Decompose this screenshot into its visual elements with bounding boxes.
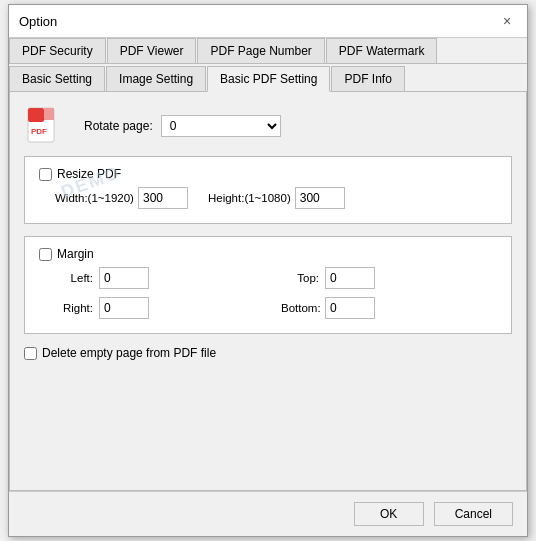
svg-text:PDF: PDF: [31, 127, 47, 136]
width-input[interactable]: [138, 187, 188, 209]
margin-fields: Left: Top: Right: Bottom:: [39, 267, 497, 319]
pdf-icon: PDF: [24, 106, 64, 146]
top-input[interactable]: [325, 267, 375, 289]
resize-label: Resize PDF: [57, 167, 121, 181]
cancel-button[interactable]: Cancel: [434, 502, 513, 526]
bottom-input[interactable]: [325, 297, 375, 319]
width-group: Width:(1~1920): [55, 187, 188, 209]
margin-label: Margin: [57, 247, 94, 261]
width-label: Width:(1~1920): [55, 192, 134, 204]
height-label: Height:(1~1080): [208, 192, 291, 204]
right-field: Right:: [55, 297, 271, 319]
margin-section: Margin Left: Top: Right: Bottom:: [24, 236, 512, 334]
height-group: Height:(1~1080): [208, 187, 345, 209]
right-input[interactable]: [99, 297, 149, 319]
resize-checkbox-label[interactable]: Resize PDF: [39, 167, 497, 181]
delete-checkbox[interactable]: [24, 347, 37, 360]
rotate-row: PDF Rotate page: 0 90 180 270: [24, 106, 512, 146]
resize-section: Resize PDF Width:(1~1920) Height:(1~1080…: [24, 156, 512, 224]
tab-pdf-page-number[interactable]: PDF Page Number: [197, 38, 324, 63]
left-field: Left:: [55, 267, 271, 289]
bottom-field: Bottom:: [281, 297, 497, 319]
top-label: Top:: [281, 272, 319, 284]
tab-image-setting[interactable]: Image Setting: [106, 66, 206, 91]
right-label: Right:: [55, 302, 93, 314]
top-field: Top:: [281, 267, 497, 289]
tab-basic-setting[interactable]: Basic Setting: [9, 66, 105, 91]
ok-button[interactable]: OK: [354, 502, 424, 526]
delete-label: Delete empty page from PDF file: [42, 346, 216, 360]
resize-checkbox[interactable]: [39, 168, 52, 181]
tab-basic-pdf-setting[interactable]: Basic PDF Setting: [207, 66, 330, 92]
svg-rect-3: [44, 108, 54, 120]
resize-fields: Width:(1~1920) Height:(1~1080): [39, 187, 497, 209]
title-bar: Option ×: [9, 5, 527, 38]
bottom-bar: OK Cancel: [9, 491, 527, 536]
height-input[interactable]: [295, 187, 345, 209]
dialog-window: Option × PDF Security PDF Viewer PDF Pag…: [8, 4, 528, 537]
tab-pdf-info[interactable]: PDF Info: [331, 66, 404, 91]
tab-pdf-security[interactable]: PDF Security: [9, 38, 106, 63]
svg-rect-1: [28, 108, 44, 122]
left-input[interactable]: [99, 267, 149, 289]
rotate-select[interactable]: 0 90 180 270: [161, 115, 281, 137]
content-area: DEMO PDF Rotate page: 0 90 180 270: [9, 91, 527, 491]
dialog-title: Option: [19, 14, 57, 29]
delete-checkbox-label[interactable]: Delete empty page from PDF file: [24, 346, 216, 360]
bottom-label: Bottom:: [281, 302, 319, 314]
margin-checkbox[interactable]: [39, 248, 52, 261]
margin-checkbox-label[interactable]: Margin: [39, 247, 497, 261]
close-button[interactable]: ×: [497, 11, 517, 31]
rotate-label: Rotate page:: [84, 119, 153, 133]
left-label: Left:: [55, 272, 93, 284]
tabs-row-1: PDF Security PDF Viewer PDF Page Number …: [9, 38, 527, 63]
delete-row: Delete empty page from PDF file: [24, 346, 512, 366]
tab-pdf-viewer[interactable]: PDF Viewer: [107, 38, 197, 63]
tabs-row-2: Basic Setting Image Setting Basic PDF Se…: [9, 63, 527, 91]
tab-pdf-watermark[interactable]: PDF Watermark: [326, 38, 438, 63]
